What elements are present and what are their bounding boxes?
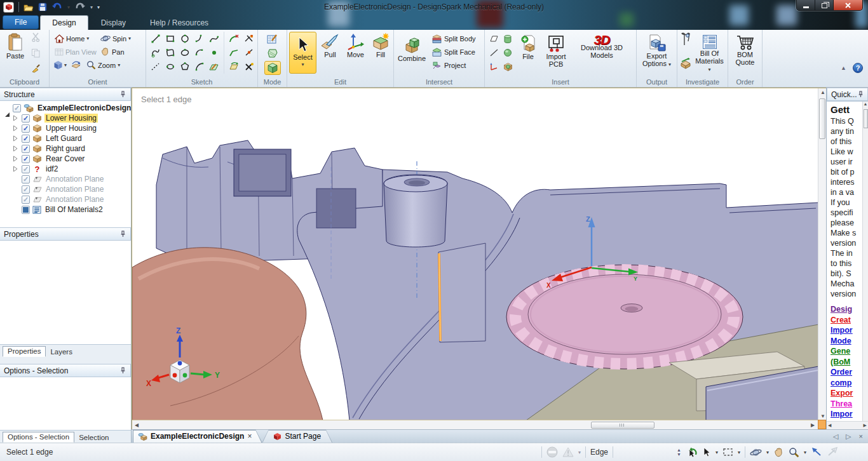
sketch-move-plane-icon[interactable]: [229, 62, 240, 72]
tree-item-right-guard[interactable]: ✓ Right guard: [0, 144, 131, 154]
tree-label-highlighted[interactable]: Lower Housing: [44, 114, 98, 123]
insert-axis-icon[interactable]: [489, 62, 499, 71]
sketch-delete-icon[interactable]: [244, 62, 255, 72]
scroll-right-arrow[interactable]: ▶: [808, 422, 817, 428]
paste-button[interactable]: Paste: [2, 32, 29, 61]
tree-label[interactable]: Right guard: [44, 144, 86, 153]
split-body-button[interactable]: Split Body: [430, 32, 477, 46]
insert-plane-icon[interactable]: [489, 34, 499, 43]
tab-selection[interactable]: Selection: [74, 433, 113, 443]
visibility-checkbox[interactable]: ✓: [22, 124, 30, 133]
visibility-checkbox[interactable]: ✓: [22, 135, 30, 143]
measure-arrow-blue-icon[interactable]: [811, 447, 822, 457]
viewport-resize-corner[interactable]: [818, 420, 826, 429]
expander-open-icon[interactable]: [4, 104, 10, 112]
fill-tool-button[interactable]: Fill: [370, 32, 391, 60]
quick-vertical-scrollbar[interactable]: ▲: [862, 102, 868, 421]
pan-button[interactable]: Pan: [99, 45, 126, 58]
tree-item-idf2[interactable]: ✓ ? idf2: [0, 164, 131, 174]
tab-design[interactable]: Design: [40, 15, 88, 30]
tab-properties[interactable]: Properties: [3, 346, 46, 357]
scroll-left-arrow[interactable]: ◀: [132, 422, 141, 428]
scroll-up-arrow[interactable]: ▲: [818, 90, 827, 95]
sketch-plane-tool-icon[interactable]: [208, 62, 219, 72]
scroll-up-arrow[interactable]: ▲: [864, 102, 868, 106]
sketch-rectangle-icon[interactable]: [165, 34, 175, 44]
sketch-trim-icon[interactable]: [244, 34, 255, 44]
doc-tab-close-icon[interactable]: ×: [247, 432, 252, 441]
viewport-vertical-scrollbar[interactable]: ▲ ▼: [818, 88, 826, 420]
pin-icon[interactable]: [857, 91, 864, 98]
tree-label[interactable]: Rear Cover: [44, 154, 86, 163]
copy-icon[interactable]: [31, 48, 41, 58]
select-cursor-icon[interactable]: [703, 447, 711, 458]
expander-closed-icon[interactable]: [13, 115, 19, 121]
spin-button[interactable]: Spin▾: [99, 32, 132, 45]
measure-caliper-icon[interactable]: [679, 32, 692, 48]
bill-of-materials-button[interactable]: Bill Of Materials ▾: [693, 32, 726, 75]
quick-horizontal-scrollbar[interactable]: ◀ ▶: [827, 421, 868, 429]
sketch-construction-line-icon[interactable]: [151, 62, 161, 72]
sketch-ellipse2-icon[interactable]: [165, 62, 175, 72]
sketch-sweep-arc-icon[interactable]: [194, 62, 205, 72]
view-cube-icon[interactable]: [53, 60, 63, 70]
gear-body[interactable]: [506, 265, 743, 369]
tree-item-annotation-plane[interactable]: ✓ Annotation Plane: [0, 194, 131, 204]
scroll-right-arrow[interactable]: ▶: [864, 423, 867, 428]
tab-next-arrow[interactable]: ▷: [846, 432, 851, 441]
doc-tab-label[interactable]: Start Page: [285, 432, 321, 441]
bom-quote-button[interactable]: BOM Quote: [730, 32, 760, 67]
restore-button[interactable]: [815, 0, 834, 11]
sketch-polygon-icon[interactable]: [180, 62, 190, 72]
pin-icon[interactable]: [119, 230, 126, 237]
spin-icon[interactable]: [750, 448, 762, 457]
expander-closed-icon[interactable]: [13, 145, 19, 152]
project-button[interactable]: Project: [430, 58, 477, 72]
tab-file[interactable]: File: [3, 15, 39, 29]
tree-label[interactable]: ExampleElectronicDesign: [36, 104, 131, 112]
warning-icon[interactable]: [562, 447, 574, 457]
doc-tab-label[interactable]: ExampleElectronicDesign: [151, 432, 244, 441]
vertical-scroll-thumb[interactable]: [819, 98, 825, 139]
tree-item-lower-housing[interactable]: ✓ Lower Housing: [0, 113, 131, 123]
sketch-circle-icon[interactable]: [180, 34, 190, 44]
tab-layers[interactable]: Layers: [46, 347, 77, 357]
visibility-checkbox[interactable]: ✓: [22, 175, 30, 184]
sketch-spline2-icon[interactable]: [151, 48, 161, 58]
pin-icon[interactable]: [119, 367, 126, 374]
tree-label[interactable]: Left Guard: [44, 134, 83, 143]
visibility-checkbox[interactable]: ✓: [22, 185, 30, 194]
tree-item-annotation-plane[interactable]: ✓ Annotation Plane: [0, 174, 131, 184]
sketch-arc-icon[interactable]: [194, 48, 205, 58]
sketch-chamfer-icon[interactable]: [229, 48, 240, 58]
tree-label[interactable]: Upper Housing: [44, 124, 98, 133]
pull-tool-button[interactable]: Pull: [319, 32, 341, 60]
tree-item-rear-cover[interactable]: ✓ Rear Cover: [0, 154, 131, 164]
measure-arrow-gray-icon[interactable]: [827, 447, 838, 457]
box-select-caret[interactable]: ▾: [738, 450, 740, 455]
sketch-rounded-rect-icon[interactable]: [165, 48, 175, 58]
selection-spinner[interactable]: ▲▼: [677, 448, 681, 457]
tab-help-resources[interactable]: Help / Resources: [139, 15, 220, 30]
download-3d-models-button[interactable]: 3D Download 3D Models: [573, 32, 631, 60]
insert-line-icon[interactable]: [489, 48, 499, 57]
sketch-mode-button[interactable]: [264, 32, 281, 46]
visibility-checkbox[interactable]: ✓: [22, 155, 30, 163]
expander-closed-icon[interactable]: [13, 125, 19, 131]
alerts-dropdown-caret[interactable]: ▾: [578, 450, 581, 455]
tree-label[interactable]: idf2: [44, 164, 59, 173]
expander-closed-icon[interactable]: [13, 135, 19, 142]
expander-closed-icon[interactable]: [13, 166, 19, 172]
move-tool-button[interactable]: Move: [344, 32, 367, 60]
pin-icon[interactable]: [119, 91, 126, 98]
tree-label[interactable]: Annotation Plane: [44, 175, 105, 184]
tree-item-bom2[interactable]: Bill Of Materials2: [0, 204, 131, 215]
close-button[interactable]: [834, 0, 862, 11]
horizontal-scroll-thumb[interactable]: [591, 422, 654, 429]
help-icon[interactable]: ?: [853, 63, 863, 73]
zoom-button[interactable]: Zoom▾: [85, 58, 121, 72]
tree-label[interactable]: Annotation Plane: [44, 195, 105, 204]
sketch-spline-icon[interactable]: [209, 34, 219, 44]
visibility-checkbox[interactable]: ✓: [22, 114, 30, 123]
solid-mode-button[interactable]: [264, 61, 281, 75]
